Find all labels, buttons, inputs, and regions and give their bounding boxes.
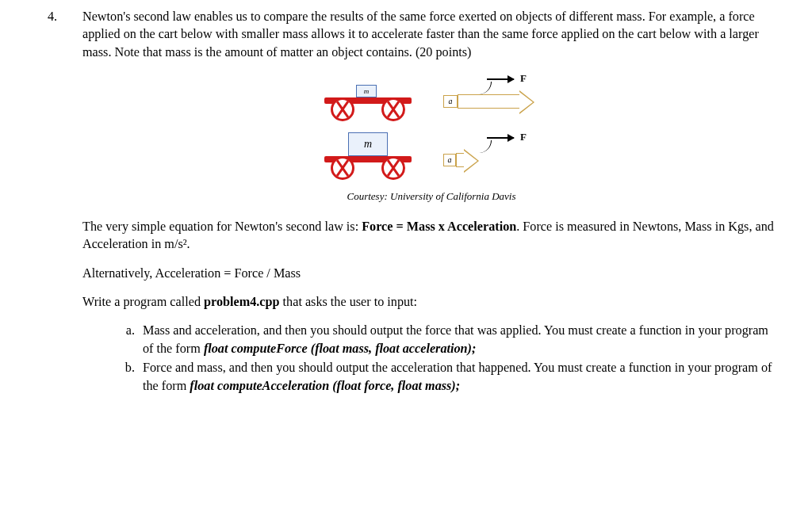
subpart-letter: b. xyxy=(113,359,143,395)
arrow-right-icon xyxy=(458,94,519,109)
subpart-body: Mass and acceleration, and then you shou… xyxy=(143,322,780,357)
acceleration-label: a xyxy=(443,95,458,108)
function-signature: float computeForce (float mass, float ac… xyxy=(204,342,476,356)
force-and-accel-small: F a xyxy=(443,131,546,181)
illustration: m F a xyxy=(301,72,562,204)
write-program-paragraph: Write a program called problem4.cpp that… xyxy=(82,293,780,311)
force-arrow-icon xyxy=(487,137,514,139)
force-and-accel-large: F a xyxy=(443,72,546,123)
subparts-list: a. Mass and acceleration, and then you s… xyxy=(82,322,780,394)
question-block: 4. Newton's second law enables us to com… xyxy=(48,8,780,396)
illustration-credit: Courtesy: University of California Davis xyxy=(301,189,562,204)
question-body: Newton's second law enables us to compar… xyxy=(82,8,780,396)
force-label: F xyxy=(520,71,527,86)
wheel-icon xyxy=(381,97,405,121)
wheel-icon xyxy=(331,97,354,121)
illustration-row-small-mass: m F a xyxy=(301,72,562,123)
write-prefix: Write a program called xyxy=(82,295,204,309)
wheel-icon xyxy=(381,156,405,180)
wheel-icon xyxy=(331,156,354,180)
arrow-right-icon xyxy=(456,153,464,167)
alternative-equation: Alternatively, Acceleration = Force / Ma… xyxy=(82,265,780,282)
acceleration-arrow-small: a xyxy=(443,153,464,167)
function-signature: float computeAcceleration (float force, … xyxy=(190,379,460,393)
equation-bold: Force = Mass x Acceleration xyxy=(362,220,516,234)
cart-small-mass: m xyxy=(316,74,419,121)
acceleration-arrow-large: a xyxy=(443,94,519,109)
document-page: 4. Newton's second law enables us to com… xyxy=(0,0,812,508)
write-suffix: that asks the user to input: xyxy=(280,295,418,309)
equation-prefix: The very simple equation for Newton's se… xyxy=(82,220,362,234)
program-filename: problem4.cpp xyxy=(204,295,280,309)
cargo-small: m xyxy=(356,85,377,97)
force-label: F xyxy=(520,130,527,144)
subpart-b: b. Force and mass, and then you should o… xyxy=(113,359,780,395)
force-arrow-icon xyxy=(487,78,514,80)
illustration-row-big-mass: m F a xyxy=(301,131,562,181)
acceleration-label: a xyxy=(443,154,456,166)
subpart-a: a. Mass and acceleration, and then you s… xyxy=(113,322,780,357)
cart-big-mass: m xyxy=(316,132,419,180)
force-curve-icon xyxy=(467,82,492,94)
question-number: 4. xyxy=(48,8,82,396)
equation-paragraph: The very simple equation for Newton's se… xyxy=(82,218,780,254)
question-intro: Newton's second law enables us to compar… xyxy=(82,8,780,61)
cargo-big: m xyxy=(348,132,388,156)
subpart-body: Force and mass, and then you should outp… xyxy=(143,359,780,395)
subpart-letter: a. xyxy=(113,322,143,357)
